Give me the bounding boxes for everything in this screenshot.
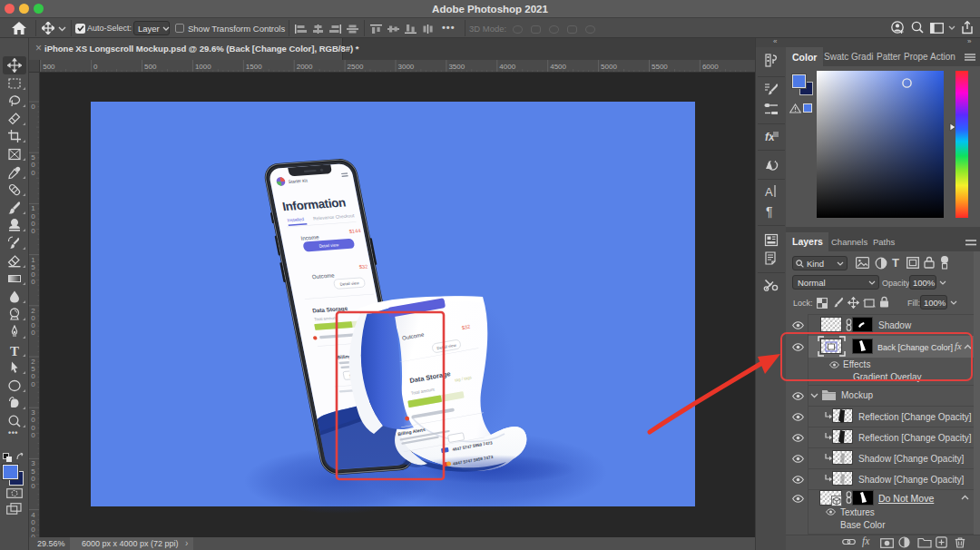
svg-text:4000: 4000 — [499, 63, 515, 71]
svg-text:0: 0 — [31, 431, 35, 439]
svg-text:2000: 2000 — [297, 63, 313, 71]
svg-text:$32: $32 — [358, 263, 368, 270]
svg-text:0: 0 — [31, 227, 35, 235]
svg-text:¶: ¶ — [766, 204, 773, 219]
svg-text:$144: $144 — [348, 228, 362, 234]
svg-text:1500: 1500 — [246, 63, 262, 71]
svg-text:0: 0 — [31, 482, 35, 490]
svg-text:5000: 5000 — [601, 63, 617, 71]
svg-text:0: 0 — [31, 169, 35, 177]
svg-text:500: 500 — [144, 63, 157, 71]
svg-text:2500: 2500 — [348, 63, 364, 71]
svg-text:0: 0 — [93, 63, 98, 71]
svg-text:0: 0 — [31, 380, 35, 388]
svg-text:A: A — [765, 185, 773, 199]
svg-text:3500: 3500 — [448, 63, 465, 71]
svg-text:4500: 4500 — [550, 63, 566, 71]
svg-text:1000: 1000 — [195, 63, 211, 71]
svg-text:T: T — [10, 344, 19, 358]
svg-text:3000: 3000 — [398, 63, 415, 71]
svg-text:500: 500 — [43, 63, 55, 71]
svg-text:6000: 6000 — [702, 63, 719, 71]
svg-text:Income: Income — [300, 233, 320, 241]
svg-text:0: 0 — [31, 329, 35, 337]
svg-text:0: 0 — [31, 103, 35, 111]
svg-text:5500: 5500 — [652, 63, 668, 71]
svg-text:0: 0 — [31, 278, 35, 286]
